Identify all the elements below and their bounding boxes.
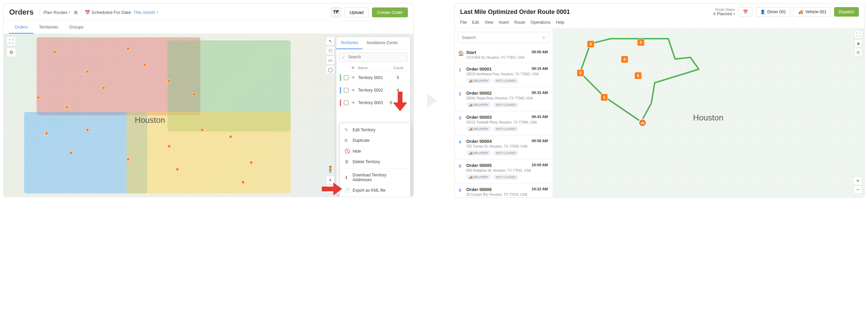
map-tool-top-left: ⛶ ⚙ xyxy=(6,37,16,57)
vehicle-chip[interactable]: 🚚 Vehicle 001 xyxy=(794,7,831,17)
route-path xyxy=(553,28,864,197)
stop-item[interactable]: 4 Order 00004 792 Turney Dr, Houston, TX… xyxy=(455,135,553,159)
menu-help[interactable]: Help xyxy=(556,20,565,25)
circle-icon[interactable]: ◯ xyxy=(326,65,335,74)
stop-item[interactable]: 6 Order 00006 20 Cooper Rd, Houston, TX … xyxy=(455,184,553,198)
route-home-marker[interactable]: 🏠 xyxy=(638,119,647,127)
route-map[interactable]: Houston 🏠 1 2 3 4 5 6 ⛶ ◈ ◎ + − xyxy=(553,28,864,197)
route-stop-marker[interactable]: 6 xyxy=(634,72,642,79)
menu-hide[interactable]: 🚫Hide xyxy=(340,146,410,156)
stops-search-input[interactable] xyxy=(458,32,549,43)
visibility-header-icon[interactable]: 👁 xyxy=(351,66,355,70)
plan-routes-dropdown[interactable]: Plan Routes ▾ xyxy=(43,10,71,15)
visibility-icon[interactable]: 👁 xyxy=(351,75,355,80)
col-count: Count xyxy=(393,66,407,70)
delivery-badge: 🚚 DELIVERY xyxy=(466,174,491,180)
stop-time: 09:43 AM xyxy=(532,115,548,119)
menu-edit-territory[interactable]: ✎Edit Territory xyxy=(340,125,410,135)
order-pin[interactable] xyxy=(86,70,89,73)
order-pin[interactable] xyxy=(53,50,56,54)
stop-address: 15211 Tomball Pkwy, Houston, TX 77086, U… xyxy=(466,120,548,124)
map-view-button[interactable]: ⊞ xyxy=(74,10,78,15)
polygon-icon[interactable]: ⬠ xyxy=(326,46,335,55)
visibility-icon[interactable]: 👁 xyxy=(351,100,355,105)
menu-download-addresses[interactable]: ⬇Download Territory Addresses xyxy=(340,170,410,185)
menu-file[interactable]: File xyxy=(460,20,467,25)
stop-time: 10:22 AM xyxy=(532,187,548,191)
territory-checkbox[interactable] xyxy=(344,88,349,93)
zoom-out-button[interactable]: − xyxy=(853,185,862,194)
stop-address: 792 Turney Dr, Houston, TX 77038, USA xyxy=(466,145,548,148)
settings-icon[interactable]: ⚙ xyxy=(6,47,16,57)
order-pin[interactable] xyxy=(176,168,179,171)
stop-start[interactable]: 🏠 Start 1219 Bell St, Houston, TX 77002,… xyxy=(455,46,553,63)
streetview-pegman-icon[interactable]: 🧍 xyxy=(327,166,334,173)
territory-checkbox[interactable] xyxy=(344,75,349,80)
driver-chip[interactable]: 👤 Driver 001 xyxy=(756,7,790,17)
order-pin[interactable] xyxy=(241,180,245,184)
target-icon[interactable]: ◎ xyxy=(854,48,862,56)
stop-number: 3 xyxy=(459,115,461,120)
callout-arrow-down-icon xyxy=(393,92,407,112)
orders-panel: Orders Plan Routes ▾ ⊞ 📅 Scheduled For D… xyxy=(3,3,414,197)
menu-edit[interactable]: Edit xyxy=(472,20,479,25)
tab-territories[interactable]: Territories xyxy=(34,21,64,34)
stop-time: 09:58 AM xyxy=(532,139,548,143)
map-toggle-icon[interactable]: 🗺 xyxy=(331,7,341,17)
date-picker-button[interactable]: 📅 xyxy=(738,7,752,17)
zoom-in-button[interactable]: + xyxy=(853,176,862,185)
create-order-button[interactable]: Create Order xyxy=(372,7,408,17)
stops-list: 🏠 Start 1219 Bell St, Houston, TX 77002,… xyxy=(455,28,553,197)
order-pin[interactable] xyxy=(69,151,73,155)
order-pin[interactable] xyxy=(192,93,196,96)
rectangle-icon[interactable]: ▭ xyxy=(326,56,335,64)
order-pin[interactable] xyxy=(86,128,89,132)
menu-operations[interactable]: Operations xyxy=(531,20,551,25)
stop-item[interactable]: 1 Order 00001 10515 Northwest Fwy, Houst… xyxy=(455,63,553,87)
dispatch-button[interactable]: Dispatch xyxy=(834,7,859,17)
visibility-icon[interactable]: 👁 xyxy=(351,88,355,93)
stop-time: 09:32 AM xyxy=(532,91,548,95)
notloaded-badge: NOT LOADED xyxy=(493,150,518,156)
orders-map[interactable]: Houston ⛶ ⚙ ↖ xyxy=(4,34,413,197)
territory-name: Territory 0003 xyxy=(358,100,387,105)
route-status[interactable]: Route Status Planned ▾ xyxy=(713,8,735,16)
notloaded-badge: NOT LOADED xyxy=(493,174,518,180)
pointer-icon[interactable]: ↖ xyxy=(326,37,335,45)
territory-checkbox[interactable] xyxy=(344,100,349,105)
scheduled-filter[interactable]: 📅 Scheduled For Date: This month ▾ xyxy=(85,10,158,15)
route-stop-marker[interactable]: 3 xyxy=(587,40,594,48)
stop-number: 1 xyxy=(459,67,461,72)
order-pin[interactable] xyxy=(37,96,40,99)
fullscreen-icon[interactable]: ⛶ xyxy=(6,37,16,46)
order-pin[interactable] xyxy=(102,86,105,90)
menu-route[interactable]: Route xyxy=(514,20,525,25)
order-pin[interactable] xyxy=(229,135,232,138)
route-stop-marker[interactable]: 4 xyxy=(621,56,628,63)
fullscreen-icon[interactable]: ⛶ xyxy=(854,31,862,39)
stop-number: 5 xyxy=(459,164,461,169)
route-stop-marker[interactable]: 1 xyxy=(600,94,608,101)
menu-view[interactable]: View xyxy=(485,20,493,25)
menu-insert[interactable]: Insert xyxy=(499,20,509,25)
delivery-badge: 🚚 DELIVERY xyxy=(466,78,491,83)
stop-item[interactable]: 3 Order 00003 15211 Tomball Pkwy, Housto… xyxy=(455,111,553,135)
route-stop-marker[interactable]: 2 xyxy=(577,69,584,77)
menu-duplicate[interactable]: ⧉Duplicate xyxy=(340,135,410,146)
stop-item[interactable]: 2 Order 00002 10041 Regal Row, Houston, … xyxy=(455,87,553,111)
map-city-label: Houston xyxy=(135,115,165,125)
tab-avoid[interactable]: Avoidance Zones xyxy=(362,37,402,49)
route-stop-marker[interactable]: 5 xyxy=(637,39,645,46)
stop-item[interactable]: 5 Order 00005 830 Hodgkins St, Houston, … xyxy=(455,159,553,184)
tab-terr[interactable]: Territories xyxy=(336,37,362,49)
layers-icon[interactable]: ◈ xyxy=(854,39,862,47)
stop-number: 2 xyxy=(459,91,461,96)
menu-export-kml[interactable]: 📄Export as KML file xyxy=(340,185,410,195)
tab-groups[interactable]: Groups xyxy=(64,21,89,34)
menu-delete-territory[interactable]: 🗑Delete Territory xyxy=(340,156,410,167)
tab-orders[interactable]: Orders xyxy=(9,21,34,34)
territory-search-input[interactable] xyxy=(339,52,408,62)
territory-row[interactable]: 👁 Territory 0001 5 xyxy=(336,71,410,84)
upload-button[interactable]: Upload xyxy=(344,7,369,17)
order-pin[interactable] xyxy=(45,132,48,135)
